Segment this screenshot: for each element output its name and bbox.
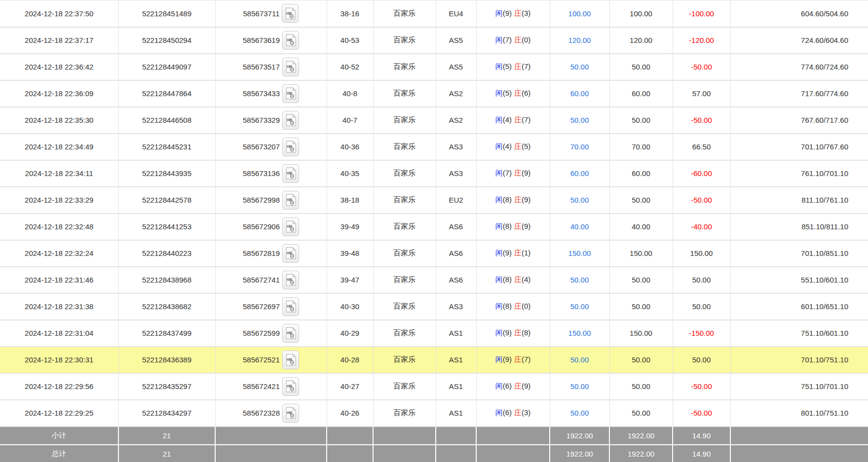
video-replay-icon bbox=[285, 61, 296, 73]
video-replay-icon bbox=[285, 114, 296, 126]
total-label: 总计 bbox=[0, 445, 118, 462]
order-no-cell: 522128438682 bbox=[118, 293, 215, 320]
table-row[interactable]: 2024-12-18 22:32:24 522128440223 5856728… bbox=[0, 240, 868, 267]
valid-amount-cell: 70.00 bbox=[609, 134, 673, 160]
banker-score: (9) bbox=[522, 222, 530, 230]
table-row[interactable]: 2024-12-18 22:36:09 522128447864 5856734… bbox=[0, 80, 868, 107]
win-loss-cell: -50.00 bbox=[673, 373, 730, 400]
bet-amount-link[interactable]: 50.00 bbox=[550, 267, 609, 293]
video-replay-icon bbox=[285, 167, 296, 179]
bet-amount-link[interactable]: 50.00 bbox=[550, 293, 609, 320]
game-no: 585672599 bbox=[243, 329, 280, 337]
table-row[interactable]: 2024-12-18 22:33:29 522128442578 5856729… bbox=[0, 187, 868, 213]
round-cell: 38-18 bbox=[327, 187, 373, 213]
player-score: (5) bbox=[503, 62, 512, 71]
video-replay-icon bbox=[285, 380, 296, 392]
player-label: 闲 bbox=[495, 9, 503, 17]
video-replay-button[interactable] bbox=[282, 377, 299, 396]
table-row[interactable]: 2024-12-18 22:29:25 522128434297 5856723… bbox=[0, 400, 868, 426]
bet-amount-link[interactable]: 50.00 bbox=[550, 54, 609, 80]
player-label: 闲 bbox=[495, 275, 503, 284]
bet-amount-link[interactable]: 60.00 bbox=[550, 160, 609, 187]
player-label: 闲 bbox=[495, 89, 503, 97]
game-no-cell: 585673433 bbox=[215, 80, 327, 107]
bet-amount-link[interactable]: 150.00 bbox=[550, 240, 609, 267]
video-replay-icon bbox=[285, 354, 296, 366]
table-row[interactable]: 2024-12-18 22:31:38 522128438682 5856726… bbox=[0, 293, 868, 320]
banker-label: 庄 bbox=[514, 115, 522, 124]
banker-score: (5) bbox=[522, 142, 530, 150]
table-row[interactable]: 2024-12-18 22:35:30 522128446508 5856733… bbox=[0, 107, 868, 134]
valid-amount-cell: 50.00 bbox=[609, 107, 673, 134]
video-replay-button[interactable] bbox=[282, 4, 299, 23]
video-replay-button[interactable] bbox=[282, 31, 299, 50]
bet-amount-link[interactable]: 70.00 bbox=[550, 134, 609, 160]
balance-cell: 717.60/774.60 bbox=[730, 80, 868, 107]
banker-label: 庄 bbox=[514, 36, 522, 44]
video-replay-button[interactable] bbox=[282, 271, 299, 289]
video-replay-icon bbox=[285, 274, 296, 286]
video-replay-button[interactable] bbox=[282, 244, 299, 263]
video-replay-button[interactable] bbox=[282, 191, 299, 210]
bet-amount-link[interactable]: 120.00 bbox=[550, 27, 609, 54]
table-row[interactable]: 2024-12-18 22:29:56 522128435297 5856724… bbox=[0, 373, 868, 400]
bet-amount-link[interactable]: 50.00 bbox=[550, 400, 609, 426]
win-loss-cell: -100.00 bbox=[673, 0, 730, 27]
round-cell: 40-7 bbox=[327, 107, 373, 134]
video-replay-icon bbox=[285, 247, 296, 259]
bet-amount-link[interactable]: 60.00 bbox=[550, 80, 609, 107]
game-type-cell: 百家乐 bbox=[373, 107, 436, 134]
video-replay-button[interactable] bbox=[282, 84, 299, 103]
video-replay-button[interactable] bbox=[282, 324, 299, 343]
table-name-cell: AS3 bbox=[436, 293, 476, 320]
round-cell: 39-48 bbox=[327, 240, 373, 267]
bet-amount-link[interactable]: 100.00 bbox=[550, 0, 609, 27]
video-replay-button[interactable] bbox=[282, 164, 299, 183]
table-row[interactable]: 2024-12-18 22:32:48 522128441253 5856729… bbox=[0, 213, 868, 240]
table-row[interactable]: 2024-12-18 22:36:42 522128449097 5856735… bbox=[0, 54, 868, 80]
table-name-cell: AS6 bbox=[436, 267, 476, 293]
table-name-cell: EU4 bbox=[436, 0, 476, 27]
table-row[interactable]: 2024-12-18 22:34:49 522128445231 5856732… bbox=[0, 134, 868, 160]
valid-amount-cell: 60.00 bbox=[609, 80, 673, 107]
bet-amount-link[interactable]: 50.00 bbox=[550, 187, 609, 213]
video-replay-button[interactable] bbox=[282, 217, 299, 236]
video-replay-button[interactable] bbox=[282, 111, 299, 130]
game-no-cell: 585673619 bbox=[215, 27, 327, 54]
table-row[interactable]: 2024-12-18 22:31:04 522128437499 5856725… bbox=[0, 320, 868, 347]
round-cell: 40-26 bbox=[327, 400, 373, 426]
bet-amount-link[interactable]: 50.00 bbox=[550, 107, 609, 134]
bet-amount-link[interactable]: 40.00 bbox=[550, 213, 609, 240]
game-no: 585672697 bbox=[243, 302, 280, 311]
bet-amount-link[interactable]: 50.00 bbox=[550, 373, 609, 400]
game-no-cell: 585672906 bbox=[215, 213, 327, 240]
video-replay-button[interactable] bbox=[282, 297, 299, 316]
player-score: (7) bbox=[503, 169, 512, 177]
total-bet-amount: 1922.00 bbox=[550, 445, 609, 462]
video-replay-button[interactable] bbox=[282, 351, 299, 369]
table-row[interactable]: 2024-12-18 22:37:17 522128450294 5856736… bbox=[0, 27, 868, 54]
game-type-cell: 百家乐 bbox=[373, 373, 436, 400]
bet-amount-link[interactable]: 50.00 bbox=[550, 347, 609, 373]
subtotal-win-loss: 14.90 bbox=[673, 426, 730, 445]
time-cell: 2024-12-18 22:37:17 bbox=[0, 27, 118, 54]
video-replay-icon bbox=[285, 87, 296, 100]
balance-cell: 601.10/651.10 bbox=[730, 293, 868, 320]
table-row[interactable]: 2024-12-18 22:30:31 522128436389 5856725… bbox=[0, 347, 868, 373]
video-replay-button[interactable] bbox=[282, 138, 299, 156]
bet-amount-link[interactable]: 150.00 bbox=[550, 320, 609, 347]
video-replay-button[interactable] bbox=[282, 58, 299, 76]
banker-score: (3) bbox=[522, 408, 530, 417]
table-row[interactable]: 2024-12-18 22:31:46 522128438968 5856727… bbox=[0, 267, 868, 293]
valid-amount-cell: 50.00 bbox=[609, 373, 673, 400]
player-label: 闲 bbox=[495, 115, 503, 124]
game-no: 585673517 bbox=[243, 63, 280, 71]
video-replay-button[interactable] bbox=[282, 404, 299, 423]
game-type-cell: 百家乐 bbox=[373, 320, 436, 347]
table-row[interactable]: 2024-12-18 22:34:11 522128443935 5856731… bbox=[0, 160, 868, 187]
table-row[interactable]: 2024-12-18 22:37:50 522128451489 5856737… bbox=[0, 0, 868, 27]
win-loss-cell: 66.50 bbox=[673, 134, 730, 160]
time-cell: 2024-12-18 22:35:30 bbox=[0, 107, 118, 134]
player-label: 闲 bbox=[495, 302, 503, 310]
time-cell: 2024-12-18 22:32:48 bbox=[0, 213, 118, 240]
